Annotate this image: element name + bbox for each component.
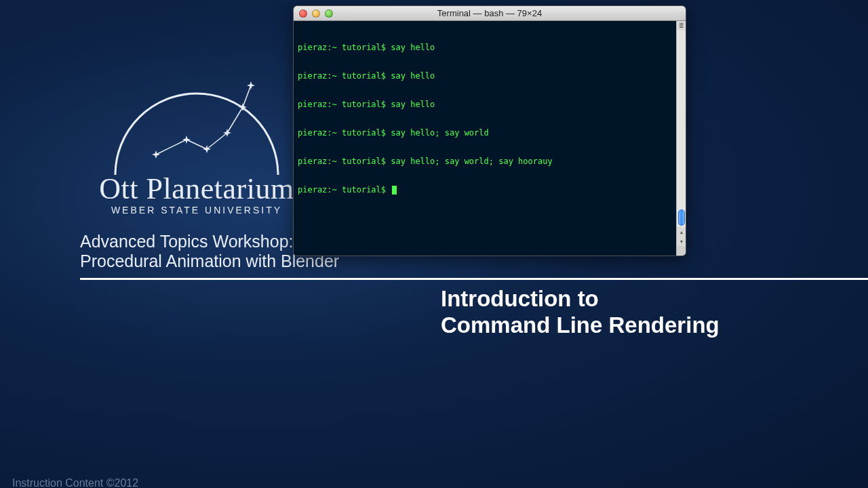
dome-arc-icon: [108, 46, 285, 182]
planetarium-logo: Ott Planetarium WEBER STATE UNIVERSITY: [75, 41, 319, 190]
svg-line-1: [186, 140, 207, 149]
section-line1: Introduction to: [441, 286, 719, 312]
terminal-line: pieraz:~ tutorial$ say hello; say world: [298, 128, 672, 138]
divider: [80, 278, 868, 280]
terminal-line: pieraz:~ tutorial$ say hello: [298, 43, 672, 52]
terminal-output[interactable]: pieraz:~ tutorial$ say hello pieraz:~ tu…: [294, 21, 676, 256]
window-title: Terminal — bash — 79×24: [294, 8, 686, 18]
svg-line-4: [243, 85, 251, 107]
footer-copyright: Instruction Content ©2012: [12, 477, 138, 488]
scrollbar[interactable]: ≣ ▴ ▾: [676, 21, 686, 256]
logo-title: Ott Planetarium: [75, 171, 319, 206]
scrollbar-thumb[interactable]: [678, 209, 685, 226]
close-icon[interactable]: [299, 9, 307, 18]
terminal-line: pieraz:~ tutorial$ say hello: [298, 100, 672, 109]
terminal-window[interactable]: Terminal — bash — 79×24 pieraz:~ tutoria…: [293, 5, 686, 256]
svg-line-3: [227, 107, 243, 133]
resize-grip-icon[interactable]: [677, 246, 686, 256]
scroll-up-icon[interactable]: ▴: [677, 227, 686, 237]
terminal-prompt: pieraz:~ tutorial$: [298, 185, 391, 195]
terminal-line: pieraz:~ tutorial$ say hello: [298, 71, 672, 81]
svg-line-2: [207, 133, 227, 149]
terminal-line: pieraz:~ tutorial$ say hello; say world;…: [298, 157, 672, 166]
window-controls: [299, 9, 333, 18]
zoom-icon[interactable]: [325, 9, 333, 18]
svg-line-0: [156, 140, 186, 155]
scroll-down-icon[interactable]: ▾: [677, 237, 686, 246]
scrollbar-top-icon: ≣: [677, 21, 686, 30]
minimize-icon[interactable]: [312, 9, 320, 18]
section-line2: Command Line Rendering: [441, 312, 719, 339]
logo-subtitle: WEBER STATE UNIVERSITY: [75, 205, 319, 216]
window-titlebar[interactable]: Terminal — bash — 79×24: [294, 6, 686, 21]
cursor-icon: [392, 186, 397, 195]
section-title: Introduction to Command Line Rendering: [441, 286, 719, 339]
terminal-prompt-line: pieraz:~ tutorial$: [298, 185, 672, 195]
